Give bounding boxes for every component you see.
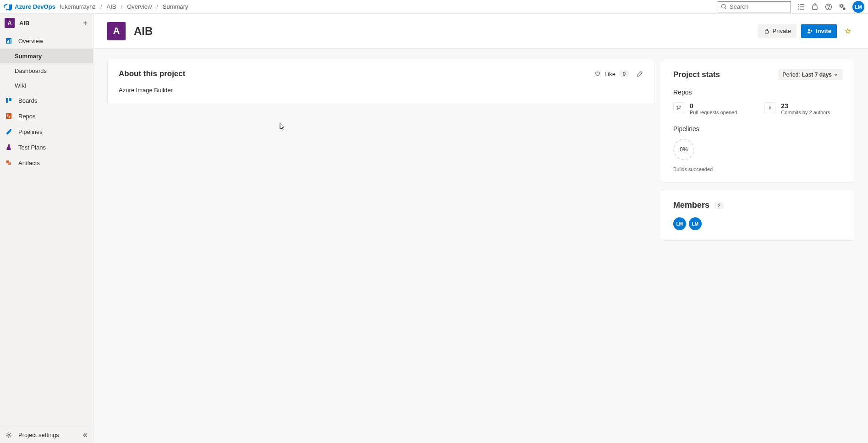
right-column: Project stats Period: Last 7 days Repos	[662, 59, 854, 433]
svg-line-1	[725, 8, 726, 9]
members-count: 2	[714, 202, 724, 209]
boards-icon	[5, 96, 13, 105]
edit-icon[interactable]	[637, 71, 643, 77]
project-name: AIB	[19, 20, 77, 27]
collapse-icon[interactable]	[81, 432, 88, 439]
about-body: Azure Image Builder	[119, 87, 643, 94]
period-label: Period:	[783, 72, 800, 78]
invite-icon	[807, 28, 813, 34]
stats-card: Project stats Period: Last 7 days Repos	[662, 59, 854, 183]
overview-icon	[5, 37, 13, 45]
pipelines-label: Pipelines	[673, 125, 843, 133]
left-column: About this project Like 0 Azure Image Bu…	[107, 59, 654, 433]
like-button[interactable]: Like 0	[594, 70, 629, 78]
sidebar-footer[interactable]: Project settings	[0, 426, 93, 443]
layout: A AIB Overview Summary Dashboards Wiki B…	[0, 14, 868, 443]
star-icon	[845, 28, 851, 34]
azure-devops-icon	[4, 3, 12, 11]
repos-icon	[5, 112, 13, 120]
like-label: Like	[604, 71, 615, 78]
member-avatar[interactable]: LM	[673, 217, 686, 230]
search-input[interactable]	[730, 3, 788, 10]
svg-point-26	[8, 434, 10, 436]
user-avatar[interactable]: LM	[852, 1, 864, 13]
svg-point-30	[677, 109, 678, 110]
favorite-button[interactable]	[841, 25, 854, 38]
breadcrumb-section[interactable]: Overview	[127, 3, 152, 10]
testplans-icon	[5, 143, 13, 151]
nav-label: Boards	[18, 97, 37, 104]
svg-point-0	[722, 5, 725, 8]
gear-icon	[5, 431, 13, 439]
commits-stat: 23 Commits by 2 authors	[764, 102, 830, 115]
svg-rect-17	[10, 39, 11, 43]
svg-point-28	[808, 29, 810, 31]
sidebar-item-pipelines[interactable]: Pipelines	[0, 124, 93, 139]
top-right-actions: LM	[718, 1, 864, 13]
breadcrumb-sep: /	[100, 3, 102, 10]
pr-desc: Pull requests opened	[690, 110, 737, 115]
svg-rect-19	[9, 98, 11, 101]
nav-label: Artifacts	[18, 160, 40, 166]
period-selector[interactable]: Period: Last 7 days	[778, 69, 843, 80]
search-box[interactable]	[718, 1, 791, 12]
sidebar-item-wiki[interactable]: Wiki	[0, 78, 93, 93]
card-header: About this project Like 0	[119, 69, 643, 78]
plus-icon[interactable]	[82, 20, 88, 26]
invite-button[interactable]: Invite	[801, 24, 837, 38]
nav-label: Overview	[18, 38, 43, 44]
svg-point-23	[10, 129, 11, 131]
svg-rect-20	[6, 113, 11, 119]
sidebar-item-repos[interactable]: Repos	[0, 108, 93, 124]
nav-label: Dashboards	[15, 67, 47, 74]
marketplace-icon[interactable]	[811, 3, 819, 11]
commits-desc: Commits by 2 authors	[781, 110, 830, 115]
sidebar: A AIB Overview Summary Dashboards Wiki B…	[0, 14, 93, 443]
lock-icon	[764, 28, 770, 34]
page-actions: Private Invite	[758, 24, 854, 38]
breadcrumb-page[interactable]: Summary	[163, 3, 188, 10]
top-header: Azure DevOps lukemurraynz / AIB / Overvi…	[0, 0, 868, 14]
sidebar-item-summary[interactable]: Summary	[0, 49, 93, 63]
pipelines-icon	[5, 127, 13, 136]
branch-icon	[673, 102, 684, 113]
period-value: Last 7 days	[802, 72, 832, 78]
svg-rect-27	[765, 31, 768, 33]
sidebar-item-testplans[interactable]: Test Plans	[0, 139, 93, 155]
nav-label: Repos	[18, 113, 36, 120]
settings-icon[interactable]	[839, 3, 846, 11]
member-list: LM LM	[673, 217, 843, 230]
svg-point-11	[843, 8, 845, 10]
brand-link[interactable]: Azure DevOps	[4, 3, 60, 11]
member-avatar[interactable]: LM	[689, 217, 702, 230]
artifacts-icon	[5, 159, 13, 167]
about-title: About this project	[119, 69, 185, 78]
svg-rect-15	[7, 41, 8, 43]
like-count: 0	[619, 70, 629, 78]
work-items-icon[interactable]	[797, 3, 805, 11]
pipeline-desc: Builds succeeded	[673, 166, 843, 172]
help-icon[interactable]	[825, 3, 832, 11]
private-button[interactable]: Private	[758, 24, 797, 38]
stats-title: Project stats	[673, 70, 720, 79]
btn-label: Invite	[816, 28, 831, 34]
sidebar-project-header[interactable]: A AIB	[0, 14, 93, 32]
members-title: Members	[673, 200, 709, 210]
sidebar-item-artifacts[interactable]: Artifacts	[0, 155, 93, 171]
nav-label: Summary	[15, 53, 42, 60]
sidebar-item-boards[interactable]: Boards	[0, 93, 93, 108]
chevron-down-icon	[834, 72, 838, 77]
svg-point-32	[769, 107, 771, 109]
breadcrumb-sep: /	[121, 3, 123, 10]
btn-label: Private	[773, 28, 791, 34]
breadcrumb-org[interactable]: lukemurraynz	[60, 3, 96, 10]
nav-list: Overview Summary Dashboards Wiki Boards …	[0, 32, 93, 171]
sidebar-item-overview[interactable]: Overview	[0, 33, 93, 49]
pipeline-percent: 0%	[673, 139, 694, 160]
breadcrumb-project[interactable]: AIB	[107, 3, 116, 10]
svg-point-22	[9, 116, 11, 118]
sidebar-item-dashboards[interactable]: Dashboards	[0, 63, 93, 78]
content-area: About this project Like 0 Azure Image Bu…	[93, 49, 868, 443]
pr-value: 0	[690, 102, 737, 110]
commits-value: 23	[781, 102, 830, 110]
